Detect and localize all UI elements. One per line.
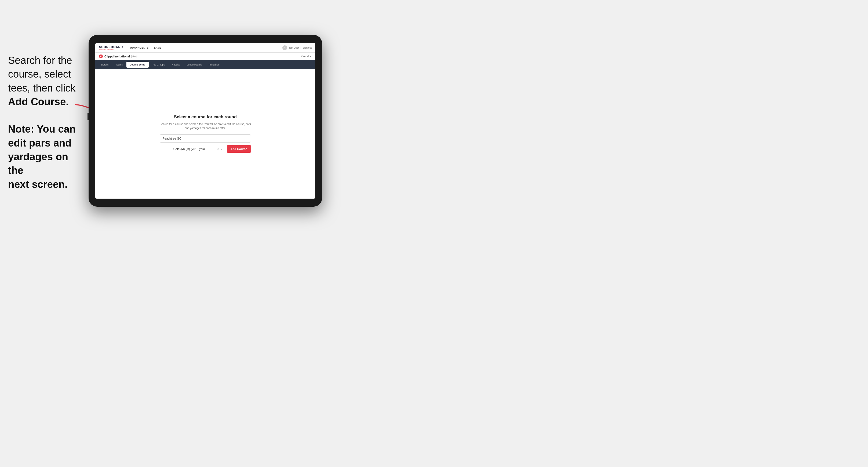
add-course-button[interactable]: Add Course: [227, 145, 251, 153]
logo-text: SCOREBOARD: [99, 45, 123, 49]
tab-leaderboards[interactable]: Leaderboards: [184, 62, 205, 68]
annotation-line1: Search for the: [8, 55, 72, 66]
tournament-sub: (Men): [131, 55, 137, 58]
cancel-label: Cancel: [301, 55, 309, 58]
course-selection-card: Select a course for each round Search fo…: [160, 115, 251, 153]
annotation-line3: tees, then click: [8, 83, 75, 94]
course-card-title: Select a course for each round: [160, 115, 251, 119]
tab-course-setup[interactable]: Course Setup: [126, 62, 149, 68]
note-line2: edit pars and: [8, 137, 72, 149]
logo-area: SCOREBOARD Powered by clippd: [99, 45, 123, 50]
cancel-icon: ✕: [309, 55, 312, 58]
cancel-button[interactable]: Cancel ✕: [301, 55, 312, 58]
note-line4: next screen.: [8, 179, 68, 190]
course-card-description: Search for a course and select a tee. Yo…: [160, 122, 251, 130]
tee-value-display: Gold (M) (M) (7010 yds): [162, 147, 216, 151]
tournament-icon: C: [99, 55, 103, 58]
tournament-name: Clippd Invitational: [104, 55, 130, 58]
tee-select-row: Gold (M) (M) (7010 yds) ✕ ⌄ Add Course: [160, 145, 251, 153]
course-search-input[interactable]: [160, 134, 251, 143]
note-line3: yardages on the: [8, 151, 68, 176]
note-line1: Note: You can: [8, 123, 76, 135]
top-nav-right: T Test User | Sign out: [282, 45, 312, 50]
tablet-screen: SCOREBOARD Powered by clippd TOURNAMENTS…: [95, 43, 315, 198]
tab-details[interactable]: Details: [98, 62, 112, 68]
top-nav-links: TOURNAMENTS TEAMS: [128, 46, 282, 49]
tournament-icon-letter: C: [100, 55, 101, 57]
tab-teams[interactable]: Teams: [113, 62, 126, 68]
tablet-shell: SCOREBOARD Powered by clippd TOURNAMENTS…: [89, 35, 322, 207]
top-navigation: SCOREBOARD Powered by clippd TOURNAMENTS…: [95, 43, 315, 53]
tournament-header: C Clippd Invitational (Men) Cancel ✕: [95, 53, 315, 60]
annotation-block: Search for the course, select tees, then…: [8, 54, 86, 191]
sign-out-link[interactable]: Sign out: [303, 46, 312, 49]
main-content: Select a course for each round Search fo…: [95, 69, 315, 198]
tee-clear-button[interactable]: ✕: [216, 147, 221, 151]
logo-sub: Powered by clippd: [99, 49, 123, 50]
tab-navigation: Details Teams Course Setup Tee Groups Re…: [95, 60, 315, 69]
nav-teams[interactable]: TEAMS: [152, 46, 162, 49]
user-avatar: T: [282, 45, 287, 50]
tee-chevron-icon[interactable]: ⌄: [221, 148, 223, 150]
user-name: Test User: [289, 46, 299, 49]
tab-results[interactable]: Results: [168, 62, 183, 68]
annotation-line2: course, select: [8, 68, 71, 80]
tab-tee-groups[interactable]: Tee Groups: [149, 62, 168, 68]
nav-separator: |: [301, 46, 301, 49]
annotation-bold: Add Course.: [8, 96, 69, 107]
tab-printables[interactable]: Printables: [206, 62, 223, 68]
nav-tournaments[interactable]: TOURNAMENTS: [128, 46, 148, 49]
